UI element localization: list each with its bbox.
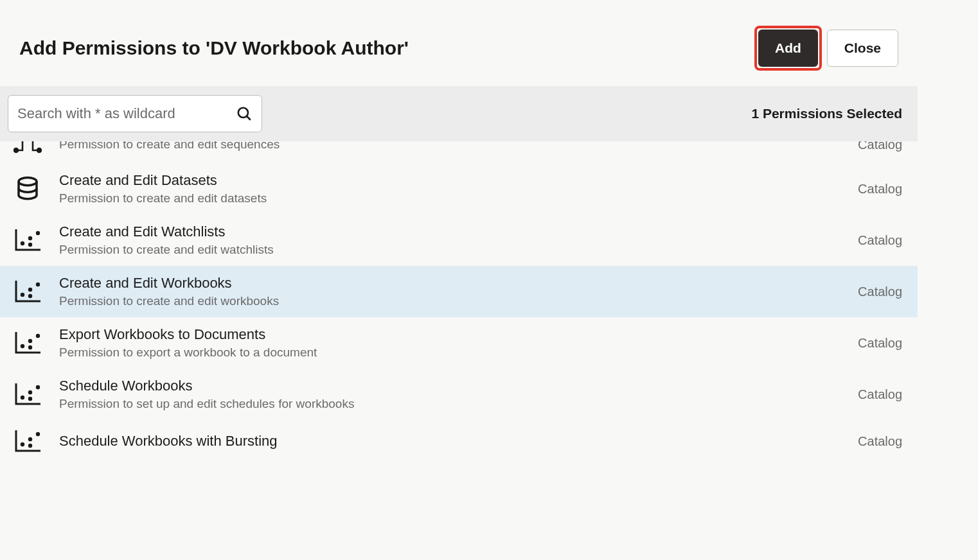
permission-category: Catalog [858,141,902,152]
permission-description: Permission to create and edit datasets [59,191,841,206]
permission-text: Export Workbooks to DocumentsPermission … [59,326,841,360]
permission-title: Export Workbooks to Documents [59,326,841,343]
svg-point-8 [36,231,40,235]
svg-point-20 [36,385,40,389]
permission-text: Create and Edit WorkbooksPermission to c… [59,275,841,308]
permission-category: Catalog [858,233,902,248]
svg-point-12 [36,283,40,286]
permission-description: Permission to create and edit workbooks [59,294,841,308]
svg-point-19 [28,397,32,401]
svg-point-23 [28,444,32,448]
permission-category: Catalog [858,182,902,197]
permissions-list[interactable]: Permission to create and edit sequencesC… [0,141,918,478]
chart-icon [13,382,42,407]
svg-line-1 [247,116,251,120]
permission-title: Schedule Workbooks with Bursting [59,433,841,450]
svg-point-21 [21,442,24,446]
permission-row[interactable]: Export Workbooks to DocumentsPermission … [0,317,918,369]
svg-point-6 [28,236,32,240]
svg-point-2 [14,148,18,152]
chart-icon [13,228,42,252]
svg-point-22 [28,437,32,441]
search-box[interactable] [8,95,262,132]
dialog-header: Add Permissions to 'DV Workbook Author' … [0,0,918,86]
permission-description: Permission to export a workbook to a doc… [59,346,841,360]
svg-point-10 [28,288,32,292]
permission-row[interactable]: Schedule Workbooks with BurstingCatalog [0,420,918,462]
permission-description: Permission to create and edit watchlists [59,243,841,257]
search-bar: 1 Permissions Selected [0,86,918,141]
chart-icon [13,429,42,453]
permission-description: Permission to create and edit sequences [59,141,841,152]
svg-point-7 [28,243,32,247]
svg-point-4 [19,178,37,186]
add-button-highlight: Add [754,26,822,71]
permission-title: Create and Edit Workbooks [59,275,841,292]
permission-title: Create and Edit Watchlists [59,223,841,240]
permission-title: Schedule Workbooks [59,378,841,394]
svg-point-13 [21,344,24,348]
sequence-icon [13,141,42,154]
add-button[interactable]: Add [758,30,818,67]
permission-category: Catalog [858,387,902,402]
dialog-actions: Add Close [754,26,898,71]
svg-point-24 [36,432,40,436]
permission-row[interactable]: Permission to create and edit sequencesC… [0,141,918,163]
permission-text: Schedule WorkbooksPermission to set up a… [59,378,841,411]
chart-icon [13,331,42,355]
svg-point-14 [28,339,32,343]
search-input[interactable] [17,105,229,122]
svg-point-16 [36,334,40,338]
permission-text: Permission to create and edit sequences [59,141,841,152]
permission-text: Create and Edit DatasetsPermission to cr… [59,172,841,206]
permission-category: Catalog [858,284,902,299]
permission-row[interactable]: Schedule WorkbooksPermission to set up a… [0,369,918,420]
svg-point-11 [28,294,32,298]
database-icon [13,175,42,202]
permission-category: Catalog [858,336,902,351]
permission-text: Create and Edit WatchlistsPermission to … [59,223,841,257]
search-icon [236,105,253,122]
permission-description: Permission to set up and edit schedules … [59,397,841,411]
svg-point-17 [21,396,24,399]
svg-point-9 [21,293,24,297]
permission-title: Create and Edit Datasets [59,172,841,189]
permission-text: Schedule Workbooks with Bursting [59,433,841,450]
svg-point-5 [21,241,24,245]
permission-row[interactable]: Create and Edit WatchlistsPermission to … [0,214,918,266]
selected-count: 1 Permissions Selected [751,106,902,121]
svg-point-15 [28,346,32,349]
permission-category: Catalog [858,434,902,449]
dialog-title: Add Permissions to 'DV Workbook Author' [19,37,409,59]
svg-point-0 [238,108,248,118]
chart-icon [13,279,42,304]
permissions-dialog: Add Permissions to 'DV Workbook Author' … [0,0,918,478]
svg-point-18 [28,390,32,394]
permission-row[interactable]: Create and Edit WorkbooksPermission to c… [0,266,918,317]
close-button[interactable]: Close [827,30,898,67]
svg-point-3 [37,148,41,152]
permission-row[interactable]: Create and Edit DatasetsPermission to cr… [0,163,918,214]
